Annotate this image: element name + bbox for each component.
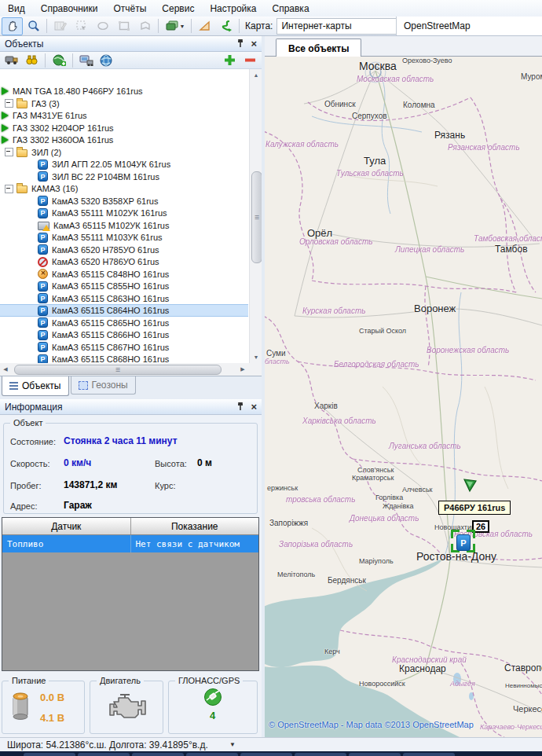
no-signal-icon xyxy=(38,257,48,267)
course-label: Курс: xyxy=(155,481,175,490)
globe-icon[interactable] xyxy=(97,53,115,68)
menu-item[interactable]: Сервис xyxy=(154,1,202,17)
scroll-down-icon[interactable]: ▼ xyxy=(250,351,262,363)
list-icon xyxy=(9,382,18,390)
parking-icon: P xyxy=(38,196,48,206)
map-type-value: Интернет-карты xyxy=(281,20,351,31)
zoom-magnifier-icon[interactable] xyxy=(23,17,44,35)
remove-object-button[interactable] xyxy=(241,53,258,68)
arrow-icon xyxy=(2,124,9,132)
close-icon[interactable]: × xyxy=(251,40,257,48)
tree-item[interactable]: PКамАЗ 65115 С866НО 161rus xyxy=(0,328,248,341)
menu-item[interactable]: Отчёты xyxy=(105,1,154,17)
parking-icon: P xyxy=(38,330,48,340)
map-region-label: Луганська область xyxy=(389,442,461,450)
tree-item[interactable]: КамАЗ 65115 С848НО 161rus xyxy=(0,268,248,281)
tree-item[interactable]: PКамАЗ 55111 М103УК 61rus xyxy=(0,231,248,244)
select-area-icon xyxy=(71,17,92,35)
tree-item[interactable]: PКамАЗ 65115 С865НО 161rus xyxy=(0,317,248,329)
map-city-label: Москва xyxy=(359,60,397,72)
tree-item[interactable]: MAN TGA 18.480 Р466РУ 161rus xyxy=(0,85,248,97)
pin-icon[interactable] xyxy=(236,402,244,411)
chevron-down-icon[interactable]: ▼ xyxy=(229,741,236,748)
tree-item[interactable]: PЗИЛ ВС 22 Р104ВМ 161rus xyxy=(0,171,248,183)
tree-item[interactable]: ЗИЛ (2) xyxy=(0,146,248,159)
tab-geozones[interactable]: Геозоны xyxy=(71,376,136,395)
toolbar-separator xyxy=(158,19,159,33)
tree-item[interactable]: ГАЗ М431УЕ 61rus xyxy=(0,109,248,122)
tree-item[interactable]: PКамАЗ 65115 С855НО 161rus xyxy=(0,280,248,292)
tree-vertical-scrollbar[interactable]: ▲ ☰ ▼ xyxy=(249,69,262,363)
scroll-thumb[interactable]: ☰ xyxy=(14,365,222,375)
sensor-column-header[interactable]: Показание xyxy=(131,518,259,534)
tree-item[interactable]: ГАЗ (3) xyxy=(0,97,248,110)
map-city-label: Коломна xyxy=(403,101,435,109)
tree-item[interactable]: ГАЗ 3302 Н360ОА 161rus xyxy=(0,134,248,146)
tree-item[interactable]: PКамАЗ 55111 М102УК 161rus xyxy=(0,207,248,219)
scroll-thumb[interactable]: ☰ xyxy=(251,171,262,263)
tree-item[interactable]: ГАЗ 3302 Н204ОР 161rus xyxy=(0,122,248,134)
map-city-label: Рязань xyxy=(434,130,465,141)
chevron-down-icon[interactable]: ▼ xyxy=(180,24,185,29)
tree-item-selected[interactable]: PКамАЗ 65115 С864НО 161rus xyxy=(0,304,248,317)
tree-expander-icon[interactable] xyxy=(5,99,13,108)
tree-item[interactable]: PКамАЗ 65115 С863НО 161rus xyxy=(0,292,248,305)
tree-expander-icon[interactable] xyxy=(5,185,13,193)
tree-item-label: КамАЗ 6520 Н785УО 61rus xyxy=(52,245,159,255)
gps-group: ГЛОНАСС/GPS 4 xyxy=(168,681,258,734)
add-object-button[interactable] xyxy=(221,53,238,68)
map-city-label: Муром xyxy=(521,72,542,81)
menu-item[interactable]: Вид xyxy=(0,1,33,17)
tree-item[interactable]: КАМАЗ (16) xyxy=(0,182,248,195)
layers-icon[interactable]: ▼ xyxy=(161,17,189,35)
truck-icon[interactable] xyxy=(3,53,20,68)
tree-item[interactable]: PЗИЛ АГП 22.05 М104УК 61rus xyxy=(0,158,248,171)
truck-monitor-icon[interactable] xyxy=(78,53,95,68)
sensor-row[interactable]: ТопливоНет связи с датчиком xyxy=(2,535,258,552)
menu-bar: ВидСправочникиОтчётыСервисНастройкаСправ… xyxy=(0,0,542,17)
tree-item[interactable]: PКамАЗ 65115 С867НО 161rus xyxy=(0,341,248,354)
tree-item[interactable]: КамАЗ 6520 Н786УО 61rus xyxy=(0,255,248,268)
tab-objects[interactable]: Объекты xyxy=(2,376,69,396)
power-voltage-1: 0.0 В xyxy=(40,692,64,703)
tab-all-objects[interactable]: Все объекты xyxy=(276,39,361,57)
globe-add-icon[interactable] xyxy=(50,53,68,68)
map-region-label: Московская область xyxy=(357,75,434,83)
objects-toolbar xyxy=(0,52,262,69)
tree-item[interactable]: PКамАЗ 65115 С868НО 161rus xyxy=(0,353,248,364)
tree-item[interactable]: КамАЗ 65115 М102УК 161rus xyxy=(0,219,248,232)
parking-icon: P xyxy=(38,244,48,255)
menu-item[interactable]: Справка xyxy=(264,1,317,17)
parked-vehicle-marker[interactable]: P xyxy=(456,534,471,551)
scroll-right-icon[interactable]: ▶ xyxy=(237,363,248,375)
binoculars-icon[interactable] xyxy=(23,53,40,68)
state-label: Состояние: xyxy=(10,437,56,446)
menu-item[interactable]: Настройка xyxy=(202,1,264,17)
scroll-up-icon[interactable]: ▲ xyxy=(250,69,262,81)
tree-item[interactable]: PКамАЗ 6520 Н785УО 61rus xyxy=(0,244,248,256)
pan-hand-icon[interactable] xyxy=(2,17,23,35)
tree-item[interactable]: PКамАЗ 5320 В358ХР 61rus xyxy=(0,195,248,207)
menu-item[interactable]: Справочники xyxy=(33,1,106,17)
map-view[interactable]: МоскваОрехово-ЗуевоМуромОбнинскКоломнаСе… xyxy=(265,57,542,737)
tree-item-label: MAN TGA 18.480 Р466РУ 161rus xyxy=(13,86,143,96)
tree-horizontal-scrollbar[interactable]: ◀ ☰ ▶ xyxy=(0,363,262,376)
tab-objects-label: Объекты xyxy=(22,380,61,391)
measure-triangle-icon[interactable] xyxy=(194,17,215,35)
coordinates-text: Широта: 54.21386°с.ш. Долгота: 39.41895°… xyxy=(7,739,208,750)
map-attribution: © OpenStreetMap - Map data ©2013 OpenStr… xyxy=(269,720,474,729)
tree-expander-icon[interactable] xyxy=(5,148,13,156)
route-icon[interactable] xyxy=(215,17,236,35)
tree-item-label: ГАЗ (3) xyxy=(31,99,60,108)
close-icon[interactable]: × xyxy=(251,403,257,411)
pin-icon[interactable] xyxy=(236,39,244,48)
map-city-label: Маріуполь xyxy=(359,557,394,565)
scroll-left-icon[interactable]: ◀ xyxy=(0,363,11,375)
map-city-label: Жданівка xyxy=(383,502,413,510)
left-panel: Объекты × MAN TGA 18.480 Р466РУ 161rusГА… xyxy=(0,36,262,737)
sensor-column-header[interactable]: Датчик xyxy=(2,518,131,534)
map-provider-field[interactable]: OpenStreetMap xyxy=(396,17,542,35)
tree-item-label: КамАЗ 6520 Н786УО 61rus xyxy=(52,257,159,266)
vehicle-arrow-marker[interactable] xyxy=(463,478,478,493)
tree-item-label: КамАЗ 65115 С855НО 161rus xyxy=(52,281,169,291)
